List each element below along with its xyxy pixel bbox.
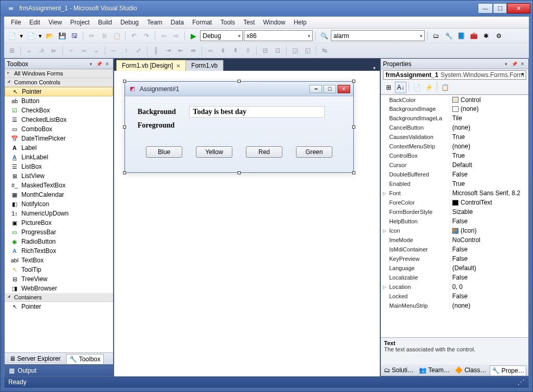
center-h-button[interactable]: ⊟ — [259, 45, 271, 56]
toolbox-item-maskedtextbox[interactable]: #_MaskedTextBox — [5, 181, 113, 190]
solution-tab[interactable]: 🗂Soluti… — [382, 365, 415, 375]
platform-combo[interactable]: x86 — [244, 30, 313, 41]
toolbox-item-listview[interactable]: ⊞ListView — [5, 171, 113, 181]
undo-button[interactable]: ↶ — [128, 30, 140, 42]
hspace-dec-button[interactable]: ⇤ — [175, 45, 187, 56]
prop-value[interactable]: (Default) — [450, 264, 528, 272]
class-tab[interactable]: 🔶Class… — [453, 365, 488, 375]
solution-explorer-button[interactable]: 🗂 — [430, 30, 442, 42]
toolbox-item-webbrowser[interactable]: ◨WebBrowser — [5, 284, 113, 293]
form-close-button[interactable]: ✕ — [338, 85, 350, 93]
prop-value[interactable]: Control — [450, 96, 528, 104]
prop-row-backgroundimage[interactable]: BackgroundImage(none) — [381, 104, 528, 113]
prop-value[interactable]: 0, 0 — [450, 283, 528, 290]
same-size-button[interactable]: ⤢ — [133, 45, 144, 56]
expand-icon[interactable]: ▷ — [381, 285, 388, 289]
align-grid-button[interactable]: ⊞ — [6, 45, 18, 56]
close-button[interactable]: ✕ — [507, 3, 530, 14]
minimize-button[interactable]: — — [478, 3, 493, 14]
tab-form1-code[interactable]: Form1.vb — [185, 60, 224, 71]
toolbox-item-combobox[interactable]: ▭ComboBox — [5, 124, 113, 134]
prop-value[interactable]: Microsoft Sans Serif, 8.2 — [450, 189, 528, 197]
toolbox-item-treeview[interactable]: ⊟TreeView — [5, 274, 113, 284]
prop-row-controlbox[interactable]: ControlBoxTrue — [381, 151, 528, 160]
new-project-dropdown[interactable]: ▾ — [19, 30, 24, 42]
toolbox-item-checkedlistbox[interactable]: ☰CheckedListBox — [5, 115, 113, 124]
align-bottom-button[interactable]: ⫠ — [91, 45, 102, 56]
prop-value[interactable]: False — [450, 171, 528, 178]
alphabetical-button[interactable]: A↓ — [395, 82, 406, 93]
prop-value[interactable]: False — [450, 293, 528, 300]
toolbox-item-linklabel[interactable]: ALinkLabel — [5, 153, 113, 162]
add-item-dropdown[interactable]: ▾ — [38, 30, 43, 42]
prop-value[interactable]: True — [450, 133, 528, 141]
properties-tab[interactable]: 🔧Prope… — [490, 365, 526, 375]
output-tab[interactable]: ▦ Output — [5, 364, 113, 376]
button-yellow[interactable]: Yellow — [196, 146, 232, 158]
toolbox-group-common[interactable]: Common Controls — [5, 78, 113, 87]
menu-project[interactable]: Project — [67, 18, 93, 27]
prop-row-font[interactable]: ▷FontMicrosoft Sans Serif, 8.2 — [381, 188, 528, 198]
designer-surface[interactable]: ◩ Assignment#1 ━ ☐ ✕ Background Today is… — [114, 71, 380, 376]
prop-value[interactable]: (none) — [450, 302, 528, 309]
extension-manager-button[interactable]: ⚙ — [493, 30, 504, 42]
menu-tools[interactable]: Tools — [217, 18, 239, 27]
prop-value[interactable]: False — [450, 246, 528, 253]
toolbox-item-progressbar[interactable]: ▭ProgressBar — [5, 227, 113, 237]
prop-row-cancelbutton[interactable]: CancelButton(none) — [381, 123, 528, 132]
menu-help[interactable]: Help — [290, 18, 311, 27]
menu-window[interactable]: Window — [259, 18, 289, 27]
menu-data[interactable]: Data — [167, 18, 188, 27]
config-combo[interactable]: Debug — [200, 30, 243, 41]
prop-row-language[interactable]: Language(Default) — [381, 263, 528, 273]
prop-value[interactable]: True — [450, 180, 528, 187]
textbox-main[interactable]: Today is best day — [189, 106, 325, 118]
nav-back-button[interactable]: ⇦ — [158, 30, 169, 42]
same-height-button[interactable]: ↕ — [120, 45, 132, 56]
toolbox-pin-icon[interactable]: 📌 — [95, 60, 103, 68]
tab-order-button[interactable]: ↹ — [319, 45, 330, 56]
toolbox-item-radiobutton[interactable]: ◉RadioButton — [5, 237, 113, 246]
team-tab[interactable]: 👥Team… — [417, 365, 451, 375]
properties-close-icon[interactable]: ✕ — [519, 60, 526, 68]
prop-value[interactable]: Tile — [450, 115, 528, 122]
same-width-button[interactable]: ↔ — [108, 45, 119, 56]
form-preview[interactable]: ◩ Assignment#1 ━ ☐ ✕ Background Today is… — [125, 81, 354, 173]
open-button[interactable]: 📂 — [44, 30, 55, 42]
prop-value[interactable]: NoControl — [450, 236, 528, 244]
prop-value[interactable]: True — [450, 152, 528, 159]
menu-build[interactable]: Build — [94, 18, 116, 27]
toolbox-item-pointer[interactable]: ↖Pointer — [5, 87, 113, 96]
menu-edit[interactable]: Edit — [26, 18, 44, 27]
prop-row-locked[interactable]: LockedFalse — [381, 292, 528, 301]
prop-row-icon[interactable]: ▷Icon(Icon) — [381, 226, 528, 235]
tab-close-icon[interactable]: ✕ — [176, 63, 180, 69]
prop-value[interactable]: (none) — [450, 143, 528, 150]
toolbox-item-textbox[interactable]: ablTextBox — [5, 256, 113, 265]
toolbox-group-containers[interactable]: Containers — [5, 293, 113, 302]
properties-pin-icon[interactable]: 📌 — [511, 60, 518, 68]
prop-row-backgroundimagela[interactable]: BackgroundImageLaTile — [381, 113, 528, 123]
label-background[interactable]: Background — [138, 108, 188, 116]
prop-value[interactable]: Default — [450, 161, 528, 169]
prop-value[interactable]: Sizable — [450, 208, 528, 216]
new-project-button[interactable]: 📄 — [6, 30, 18, 42]
button-blue[interactable]: Blue — [146, 146, 182, 158]
menu-debug[interactable]: Debug — [117, 18, 142, 27]
prop-value[interactable]: False — [450, 218, 528, 225]
vspace-inc-button[interactable]: ⇟ — [217, 45, 229, 56]
center-v-button[interactable]: ⊡ — [272, 45, 283, 56]
copy-button[interactable]: ⎘ — [98, 30, 110, 42]
menu-test[interactable]: Test — [240, 18, 258, 27]
start-page-button[interactable]: ✱ — [480, 30, 492, 42]
toolbox-group-all-forms[interactable]: All Windows Forms — [5, 69, 113, 78]
add-item-button[interactable]: 📄 — [25, 30, 36, 42]
align-left-button[interactable]: ⫠ — [23, 45, 35, 56]
prop-value[interactable]: (none) — [450, 124, 528, 131]
bring-front-button[interactable]: ◲ — [289, 45, 301, 56]
paste-button[interactable]: 📋 — [111, 30, 122, 42]
prop-value[interactable]: (none) — [450, 105, 528, 112]
prop-row-localizable[interactable]: LocalizableFalse — [381, 273, 528, 282]
properties-dropdown-icon[interactable]: ▾ — [502, 60, 510, 68]
align-top-button[interactable]: ⫟ — [66, 45, 77, 56]
